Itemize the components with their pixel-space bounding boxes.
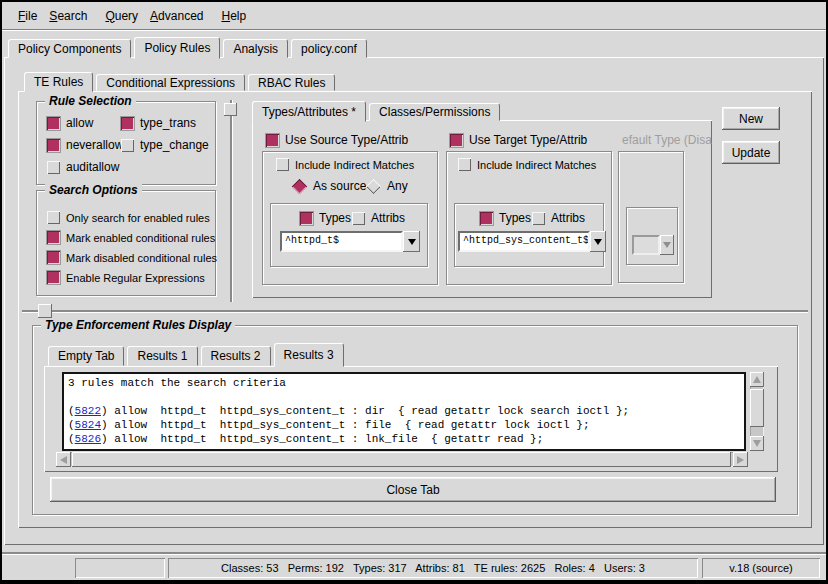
scroll-up-button[interactable] xyxy=(750,372,764,387)
checkbox-indicator xyxy=(47,271,60,284)
checkbox-mark-enabled-conditional[interactable]: Mark enabled conditional rules xyxy=(47,231,215,244)
vertical-scrollbar[interactable] xyxy=(750,372,764,451)
menu-item-advanced[interactable]: Advanced xyxy=(144,6,209,26)
rule-link[interactable]: 5822 xyxy=(75,405,101,417)
default-type-entry xyxy=(632,235,660,255)
scroll-left-button[interactable] xyxy=(56,452,71,467)
checkbox-auditallow[interactable]: auditallow xyxy=(47,160,119,174)
default-type-combobox xyxy=(632,235,674,255)
tab-types-attributes[interactable]: Types/Attributes * xyxy=(252,101,366,122)
checkbox-indicator xyxy=(47,211,60,224)
checkbox-source-attribs[interactable]: Attribs xyxy=(352,211,405,225)
checkbox-neverallow[interactable]: neverallow xyxy=(47,138,123,152)
arrow-left-icon xyxy=(60,456,67,464)
arrow-right-icon xyxy=(737,456,744,464)
checkbox-allow[interactable]: allow xyxy=(47,116,93,130)
rule-line: (5824) allow httpd_t httpd_sys_content_t… xyxy=(68,418,740,432)
checkbox-indicator xyxy=(480,212,493,225)
new-button[interactable]: New xyxy=(722,107,780,130)
checkbox-indicator xyxy=(266,134,279,147)
checkbox-indicator xyxy=(47,251,60,264)
checkbox-indicator xyxy=(300,212,313,225)
horizontal-scrollbar[interactable] xyxy=(56,452,748,467)
checkbox-indicator xyxy=(47,139,60,152)
scroll-down-button[interactable] xyxy=(750,436,764,451)
tab-policy-rules[interactable]: Policy Rules xyxy=(134,37,220,59)
checkbox-indicator xyxy=(47,231,60,244)
checkbox-type-trans[interactable]: type_trans xyxy=(121,116,196,130)
menu-item-search[interactable]: Search xyxy=(43,6,93,26)
checkbox-target-attribs[interactable]: Attribs xyxy=(532,211,585,225)
target-type-entry[interactable]: ^httpd_sys_content_t$ xyxy=(458,231,590,252)
search-options-title: Search Options xyxy=(45,183,142,197)
update-button[interactable]: Update xyxy=(722,141,780,164)
checkbox-indicator xyxy=(450,134,463,147)
checkbox-target-types[interactable]: Types xyxy=(480,211,531,225)
results-textarea[interactable]: 3 rules match the search criteria (5822)… xyxy=(62,372,746,451)
tab-empty-tab[interactable]: Empty Tab xyxy=(48,346,124,366)
default-type-frame-label: efault Type (Disa xyxy=(622,133,712,147)
tab-te-rules[interactable]: TE Rules xyxy=(24,72,93,92)
scroll-right-button[interactable] xyxy=(733,452,748,467)
horizontal-sash[interactable] xyxy=(22,310,808,312)
rule-link[interactable]: 5824 xyxy=(75,419,101,431)
menu-item-query[interactable]: Query xyxy=(99,6,144,26)
search-options-frame: Search Options Only search for enabled r… xyxy=(36,190,216,296)
rule-line: (5826) allow httpd_t httpd_sys_content_t… xyxy=(68,432,740,446)
checkbox-indicator xyxy=(276,158,289,171)
checkbox-indicator xyxy=(47,117,60,130)
horizontal-scrollbar-thumb[interactable] xyxy=(72,452,731,467)
chevron-down-icon xyxy=(660,235,674,255)
checkbox-enable-regex[interactable]: Enable Regular Expressions xyxy=(47,271,205,284)
status-stats: Classes: 53 Perms: 192 Types: 317 Attrib… xyxy=(168,558,698,578)
horizontal-sash-handle[interactable] xyxy=(38,304,52,318)
checkbox-type-change[interactable]: type_change xyxy=(121,138,209,152)
radio-indicator xyxy=(292,178,308,194)
source-type-entry[interactable]: ^httpd_t$ xyxy=(280,231,403,252)
tab-analysis[interactable]: Analysis xyxy=(223,39,288,58)
tab-policy-conf[interactable]: policy.conf xyxy=(291,39,367,58)
checkbox-source-types[interactable]: Types xyxy=(300,211,351,225)
tab-results-2[interactable]: Results 2 xyxy=(201,346,271,366)
vertical-sash[interactable] xyxy=(230,100,232,302)
checkbox-indicator xyxy=(532,212,545,225)
close-tab-button[interactable]: Close Tab xyxy=(50,477,776,502)
results-summary: 3 rules match the search criteria xyxy=(68,376,740,390)
rule-link[interactable]: 5826 xyxy=(75,433,101,445)
target-type-combobox[interactable]: ^httpd_sys_content_t$ xyxy=(458,231,606,252)
menu-item-help[interactable]: Help xyxy=(215,6,252,26)
tab-results-3[interactable]: Results 3 xyxy=(274,343,344,367)
tab-policy-components[interactable]: Policy Components xyxy=(8,39,131,58)
tab-classes-permissions[interactable]: Classes/Permissions xyxy=(369,103,500,121)
radio-indicator xyxy=(366,178,382,194)
app-window: File Search Query Advanced Help Policy C… xyxy=(0,0,828,584)
tab-results-1[interactable]: Results 1 xyxy=(127,346,197,366)
checkbox-only-enabled-rules[interactable]: Only search for enabled rules xyxy=(47,211,210,224)
rule-line: (5822) allow httpd_t httpd_sys_content_t… xyxy=(68,404,740,418)
tab-rbac-rules[interactable]: RBAC Rules xyxy=(248,74,335,91)
rule-selection-frame: Rule Selection allow type_trans neverall… xyxy=(36,101,216,185)
vertical-scrollbar-thumb[interactable] xyxy=(750,389,764,427)
checkbox-use-source-type[interactable]: Use Source Type/Attrib xyxy=(266,133,408,147)
radio-as-source[interactable]: As source xyxy=(292,179,366,193)
checkbox-target-include-indirect[interactable]: Include Indirect Matches xyxy=(458,158,596,171)
checkbox-source-include-indirect[interactable]: Include Indirect Matches xyxy=(276,158,414,171)
checkbox-indicator xyxy=(121,139,134,152)
te-rules-display-title: Type Enforcement Rules Display xyxy=(41,318,235,332)
tab-conditional-expressions[interactable]: Conditional Expressions xyxy=(96,74,245,91)
chevron-down-icon xyxy=(408,239,416,245)
vertical-sash-handle[interactable] xyxy=(224,103,237,116)
combobox-dropdown-button[interactable] xyxy=(590,231,606,252)
rule-selection-title: Rule Selection xyxy=(45,94,136,108)
status-left-panel xyxy=(75,558,165,578)
checkbox-use-target-type[interactable]: Use Target Type/Attrib xyxy=(450,133,587,147)
arrow-down-icon xyxy=(753,440,761,447)
source-type-combobox[interactable]: ^httpd_t$ xyxy=(280,231,420,252)
checkbox-indicator xyxy=(458,158,471,171)
checkbox-indicator xyxy=(47,161,60,174)
combobox-dropdown-button[interactable] xyxy=(403,231,420,252)
menu-bar: File Search Query Advanced Help xyxy=(2,2,826,30)
radio-any[interactable]: Any xyxy=(366,179,408,193)
menu-item-file[interactable]: File xyxy=(12,6,43,26)
checkbox-mark-disabled-conditional[interactable]: Mark disabled conditional rules xyxy=(47,251,217,264)
